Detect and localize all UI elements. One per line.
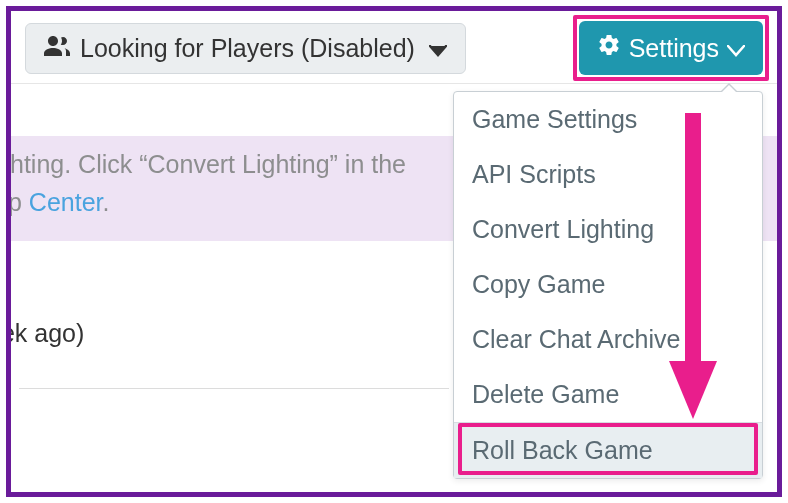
- looking-for-players-button[interactable]: Looking for Players (Disabled): [25, 23, 466, 74]
- settings-button[interactable]: Settings: [579, 21, 763, 75]
- banner-suffix: .: [103, 188, 110, 216]
- settings-button-wrap: Settings: [579, 21, 763, 75]
- settings-dropdown: Game Settings API Scripts Convert Lighti…: [453, 91, 763, 479]
- menu-item-api-scripts[interactable]: API Scripts: [454, 147, 762, 202]
- chevron-down-icon: [429, 34, 447, 63]
- banner-text-2: p: [8, 188, 29, 216]
- lfp-label: Looking for Players (Disabled): [80, 34, 415, 63]
- help-center-link[interactable]: Center: [29, 188, 103, 216]
- menu-item-copy-game[interactable]: Copy Game: [454, 257, 762, 312]
- chevron-down-icon: [727, 34, 745, 63]
- settings-label: Settings: [629, 34, 719, 63]
- gear-icon: [597, 33, 621, 63]
- menu-item-roll-back-game[interactable]: Roll Back Game: [454, 422, 762, 478]
- menu-item-game-settings[interactable]: Game Settings: [454, 92, 762, 147]
- menu-item-delete-game[interactable]: Delete Game: [454, 367, 762, 422]
- toolbar: Looking for Players (Disabled) Settings: [11, 11, 777, 84]
- menu-item-convert-lighting[interactable]: Convert Lighting: [454, 202, 762, 257]
- banner-text: namic Lighting. Click “Convert Lighting”…: [6, 150, 406, 178]
- divider: [19, 388, 449, 389]
- annotated-frame: Looking for Players (Disabled) Settings …: [6, 6, 782, 497]
- users-icon: [44, 34, 70, 63]
- menu-item-clear-chat-archive[interactable]: Clear Chat Archive: [454, 312, 762, 367]
